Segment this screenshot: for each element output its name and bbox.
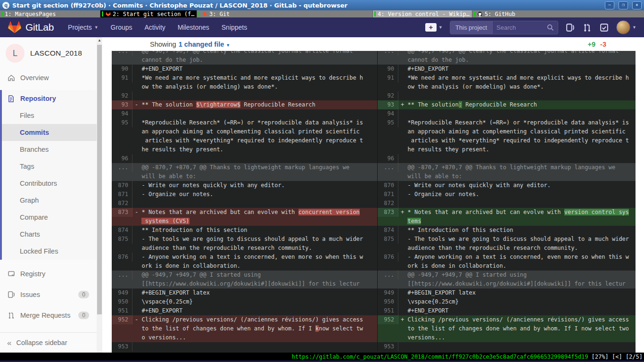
sidebar-item-commits[interactable]: Commits xyxy=(2,124,97,141)
line-number[interactable]: 876 xyxy=(112,253,132,262)
line-number[interactable]: 873 xyxy=(378,208,398,217)
commit-diff: ... @@ -90,7 +90,7 @@ Clearly the classi… xyxy=(112,51,636,353)
diff-row: 876 - Anyone working on a text is concer… xyxy=(378,253,636,271)
new-menu-button[interactable]: + ▼ xyxy=(425,23,443,32)
sidebar-item-repository[interactable]: Repository xyxy=(2,90,97,107)
nav-snippets[interactable]: Snippets xyxy=(222,24,247,31)
line-number[interactable]: 90 xyxy=(112,65,132,74)
collapse-sidebar-button[interactable]: « Collapse sidebar xyxy=(0,332,97,353)
line-number[interactable]: 870 xyxy=(112,181,132,190)
line-number[interactable]: 875 xyxy=(378,235,398,244)
sidebar-item-locked-files[interactable]: Locked Files xyxy=(2,243,97,260)
line-number[interactable]: 92 xyxy=(378,91,398,100)
line-number[interactable]: 96 xyxy=(112,154,132,163)
line-number[interactable]: 96 xyxy=(378,154,398,163)
tab-1-marquespages[interactable]: 1: MarquesPages xyxy=(0,10,100,17)
sidebar-item-contributors[interactable]: Contributors xyxy=(2,175,97,192)
nav-projects[interactable]: Projects▼ xyxy=(68,24,99,31)
project-header[interactable]: L LASCON_2018 xyxy=(0,37,97,69)
minimize-button[interactable]: – xyxy=(605,1,614,9)
line-number[interactable]: 95 xyxy=(112,118,132,127)
gitlab-logo[interactable]: GitLab xyxy=(8,21,54,34)
line-number[interactable]: ... xyxy=(378,163,398,172)
line-number[interactable]: 873 xyxy=(112,208,132,217)
diff-row: 873- * Notes that are archived but can e… xyxy=(112,208,377,226)
line-number[interactable]: 90 xyxy=(378,65,398,74)
tab-5-github[interactable]: 5: GitHub xyxy=(472,10,644,17)
line-number[interactable]: 93 xyxy=(112,100,132,109)
line-number[interactable]: ... xyxy=(378,271,398,280)
line-number[interactable]: 871 xyxy=(112,190,132,199)
nav-milestones[interactable]: Milestones xyxy=(178,24,209,31)
search-scope-label[interactable]: This project xyxy=(450,21,493,34)
line-number[interactable]: ... xyxy=(112,51,132,56)
diff-row: 90 #+END_EXPORT xyxy=(378,65,636,74)
sidebar-item-graph[interactable]: Graph xyxy=(2,192,97,209)
search-placeholder: Search xyxy=(496,24,543,31)
diff-code: - Organize our notes. xyxy=(398,190,636,199)
tab-3-git[interactable]: 3: Git xyxy=(197,10,373,17)
line-number[interactable]: 875 xyxy=(112,235,132,244)
scroll-up-arrow-icon[interactable]: ▲ xyxy=(97,38,102,42)
nav-groups[interactable]: Groups xyxy=(111,24,132,31)
line-number[interactable]: 951 xyxy=(378,306,398,315)
sidebar-item-files[interactable]: Files xyxy=(2,107,97,124)
line-number[interactable]: 91 xyxy=(112,74,132,82)
close-button[interactable]: ✕ xyxy=(632,1,642,9)
user-menu[interactable]: ▼ xyxy=(616,20,636,34)
diff-row: 950 \vspace{0.25cm} xyxy=(378,297,636,306)
line-number[interactable]: 949 xyxy=(378,288,398,297)
tab-2-start-git-section[interactable]: 2: Start git section (ff927c… xyxy=(100,10,197,17)
line-number[interactable]: 92 xyxy=(112,91,132,100)
line-number[interactable]: 953 xyxy=(112,342,132,351)
merge-requests-icon[interactable] xyxy=(582,23,592,33)
scrollbar-thumb[interactable] xyxy=(97,45,102,314)
sidebar-item-tags[interactable]: Tags xyxy=(2,158,97,175)
line-number[interactable]: 953 xyxy=(378,342,398,351)
nav-activity[interactable]: Activity xyxy=(145,24,165,31)
line-number[interactable]: 950 xyxy=(378,297,398,306)
line-number[interactable]: 952 xyxy=(112,315,132,324)
line-number[interactable]: 871 xyxy=(378,190,398,199)
line-number[interactable]: 93 xyxy=(378,100,398,109)
line-number[interactable]: 950 xyxy=(112,297,132,306)
line-number[interactable]: 951 xyxy=(112,306,132,315)
github-favicon-icon xyxy=(477,11,483,17)
todos-icon[interactable] xyxy=(599,23,609,33)
sidebar-item-issues[interactable]: Issues 0 xyxy=(0,286,97,303)
line-number[interactable]: 874 xyxy=(112,226,132,235)
line-number[interactable]: ... xyxy=(378,51,398,56)
line-number[interactable]: 94 xyxy=(378,109,398,118)
sidebar-item-overview[interactable]: Overview xyxy=(0,69,97,86)
maximize-button[interactable]: ❐ xyxy=(619,1,628,9)
line-number[interactable]: 872 xyxy=(378,199,398,208)
line-number[interactable]: 870 xyxy=(378,181,398,190)
sidebar-item-merge-requests[interactable]: Merge Requests 0 xyxy=(0,307,97,324)
diff-row: 953 xyxy=(112,342,377,351)
line-number[interactable]: ... xyxy=(112,271,132,280)
sidebar-scrollbar[interactable]: ▲ xyxy=(97,37,102,353)
sidebar-item-compare[interactable]: Compare xyxy=(2,209,97,226)
changed-files-dropdown[interactable]: 1 changed file ▼ xyxy=(179,41,231,48)
line-number[interactable]: 876 xyxy=(378,253,398,262)
line-number[interactable]: 94 xyxy=(112,109,132,118)
sidebar-item-branches[interactable]: Branches xyxy=(2,141,97,158)
tab-load-indicator xyxy=(102,11,103,16)
line-number[interactable]: ... xyxy=(112,163,132,172)
line-number[interactable]: 949 xyxy=(112,288,132,297)
tab-4-version-control-wikipedia[interactable]: 4: Version control - Wikipedia xyxy=(373,10,472,17)
diff-row: 870 - Write our notes quickly with any e… xyxy=(112,181,377,190)
sidebar-item-registry[interactable]: Registry xyxy=(0,265,97,282)
line-number[interactable]: 872 xyxy=(112,199,132,208)
sidebar-item-charts[interactable]: Charts xyxy=(2,226,97,243)
line-number[interactable]: 952 xyxy=(378,315,398,324)
line-number[interactable]: 95 xyxy=(378,118,398,127)
diff-row: 92 xyxy=(112,91,377,100)
diff-row: 94 xyxy=(378,109,636,118)
issues-dashboard-icon[interactable] xyxy=(565,23,575,33)
line-number[interactable]: 91 xyxy=(378,74,398,82)
search-input[interactable]: Search xyxy=(493,21,558,34)
project-avatar: L xyxy=(6,44,25,63)
line-number[interactable]: 874 xyxy=(378,226,398,235)
diff-code: #+BEGIN_EXPORT latex xyxy=(398,288,636,297)
